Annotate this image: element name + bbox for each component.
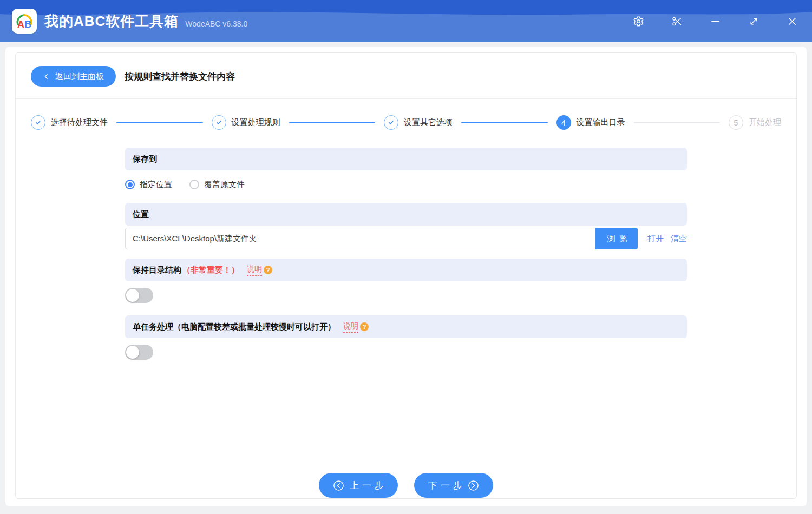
location-row: 浏览 打开 清空 — [125, 228, 687, 249]
app-title: 我的ABC软件工具箱 — [44, 12, 179, 31]
main-panel: 返回到主面板 按规则查找并替换文件内容 选择待处理文件设置处理规则设置其它选项4… — [5, 47, 807, 506]
browse-button[interactable]: 浏览 — [595, 228, 638, 249]
svg-text:B: B — [24, 19, 31, 30]
step-5: 5开始处理 — [729, 115, 781, 130]
check-icon — [212, 115, 226, 130]
maximize-icon[interactable] — [748, 16, 759, 27]
next-step-button[interactable]: 下一步 — [414, 473, 493, 498]
step-connector — [289, 122, 376, 123]
location-path-input[interactable] — [125, 228, 595, 249]
save-to-options: 指定位置覆盖原文件 — [125, 178, 687, 191]
step-label: 开始处理 — [749, 117, 781, 128]
close-icon[interactable] — [787, 16, 798, 27]
step-3: 设置其它选项 — [384, 115, 453, 130]
radio-checked-icon[interactable] — [125, 180, 135, 189]
minimize-icon[interactable] — [710, 16, 721, 27]
question-badge-icon[interactable]: ? — [264, 266, 272, 274]
save-to-header: 保存到 — [125, 148, 687, 170]
location-header-label: 位置 — [133, 209, 149, 220]
clear-path-link[interactable]: 清空 — [671, 234, 687, 244]
wizard-footer: 上一步 下一步 — [125, 473, 687, 498]
radio-option[interactable]: 指定位置 — [125, 180, 172, 190]
step-number: 4 — [556, 115, 571, 130]
next-step-label: 下一步 — [428, 479, 466, 492]
radio-option[interactable]: 覆盖原文件 — [189, 180, 245, 190]
app-logo: A B — [12, 9, 37, 34]
radio-label: 指定位置 — [140, 180, 172, 190]
keep-structure-warning: （非常重要！） — [182, 265, 239, 275]
single-task-title: 单任务处理（电脑配置较差或批量处理较慢时可以打开） — [133, 322, 336, 332]
keep-structure-title: 保持目录结构 — [133, 265, 181, 275]
step-connector — [634, 122, 721, 123]
step-1: 选择待处理文件 — [31, 115, 108, 130]
svg-text:A: A — [17, 19, 24, 30]
titlebar: A B 我的ABC软件工具箱 WodeABC v6.38.0 — [0, 0, 812, 42]
location-header: 位置 — [125, 203, 687, 226]
step-label: 设置处理规则 — [232, 117, 280, 128]
question-badge-icon[interactable]: ? — [360, 322, 369, 331]
wizard-card: 返回到主面板 按规则查找并替换文件内容 选择待处理文件设置处理规则设置其它选项4… — [15, 52, 797, 499]
back-button-label: 返回到主面板 — [55, 71, 104, 82]
form-content: 保存到 指定位置覆盖原文件 位置 浏览 打开 清空 保持目录结构 （非常重要！）… — [125, 148, 687, 498]
radio-unchecked-icon[interactable] — [189, 180, 199, 189]
keep-structure-header: 保持目录结构 （非常重要！） 说明 ? — [125, 259, 687, 281]
keep-structure-help-link[interactable]: 说明 — [247, 265, 262, 276]
toggle-knob[interactable] — [126, 289, 139, 302]
app-version: WodeABC v6.38.0 — [185, 19, 247, 28]
previous-step-button[interactable]: 上一步 — [319, 473, 398, 498]
toggle-knob[interactable] — [126, 346, 139, 359]
single-task-help-link[interactable]: 说明 — [343, 321, 358, 333]
step-label: 设置输出目录 — [577, 117, 625, 128]
step-2: 设置处理规则 — [212, 115, 280, 130]
previous-step-label: 上一步 — [350, 479, 387, 492]
step-4: 4设置输出目录 — [556, 115, 625, 130]
keep-structure-toggle[interactable] — [125, 288, 153, 303]
abc-logo-icon: A B — [14, 11, 35, 31]
step-connector — [116, 122, 203, 123]
single-task-toggle[interactable] — [125, 345, 153, 360]
page-title: 按规则查找并替换文件内容 — [125, 70, 235, 83]
circle-chevron-right-icon — [468, 480, 479, 491]
step-label: 选择待处理文件 — [51, 117, 108, 128]
save-to-header-label: 保存到 — [133, 154, 157, 164]
back-to-dashboard-button[interactable]: 返回到主面板 — [31, 66, 116, 87]
check-icon — [384, 115, 398, 130]
radio-label: 覆盖原文件 — [204, 180, 245, 190]
step-connector — [461, 122, 548, 123]
scissors-icon[interactable] — [671, 16, 683, 27]
check-icon — [31, 115, 45, 130]
circle-chevron-left-icon — [333, 480, 344, 491]
window-controls — [633, 16, 798, 27]
chevron-left-icon — [43, 73, 50, 80]
step-label: 设置其它选项 — [404, 117, 453, 128]
card-header: 返回到主面板 按规则查找并替换文件内容 — [16, 53, 796, 99]
gear-icon[interactable] — [633, 16, 644, 27]
single-task-header: 单任务处理（电脑配置较差或批量处理较慢时可以打开） 说明 ? — [125, 315, 687, 338]
step-number: 5 — [729, 115, 743, 130]
open-folder-link[interactable]: 打开 — [647, 234, 664, 244]
step-indicator: 选择待处理文件设置处理规则设置其它选项4设置输出目录5开始处理 — [16, 99, 796, 130]
